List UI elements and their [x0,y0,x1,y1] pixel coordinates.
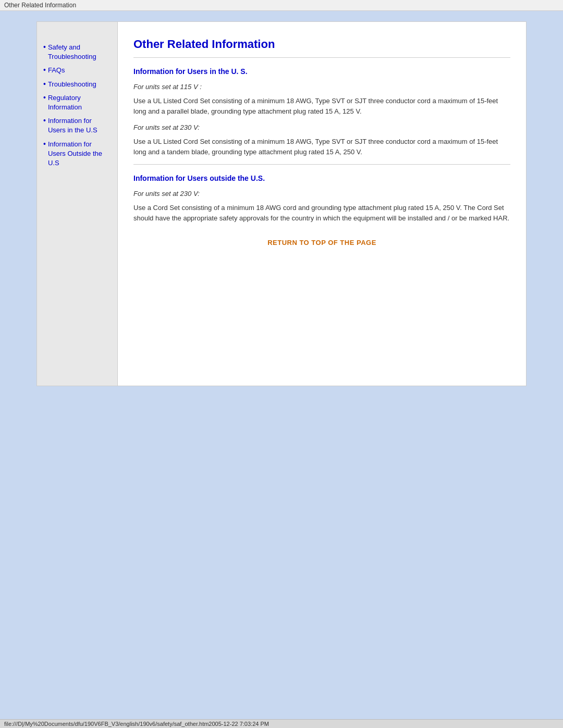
section-users-outside: Information for Users outside the U.S. F… [133,174,510,223]
title-bar: Other Related Information [0,0,563,11]
bullet-icon: • [43,116,46,125]
divider-middle [133,164,510,165]
sidebar-link-faqs[interactable]: FAQs [48,66,65,75]
bullet-icon: • [43,93,46,102]
bullet-icon: • [43,140,46,148]
subsection1-body: Use a UL Listed Cord Set consisting of a… [133,96,510,116]
page-container: • Safety and Troubleshooting • FAQs • Tr… [36,21,527,386]
sidebar: • Safety and Troubleshooting • FAQs • Tr… [37,22,118,386]
sidebar-item-users-us[interactable]: • Information for Users in the U.S [43,116,111,135]
subsection1-intro: For units set at 115 V : [133,83,510,91]
sidebar-item-faqs[interactable]: • FAQs [43,66,111,75]
outside-body: Use a Cord Set consisting of a minimum 1… [133,203,510,223]
sidebar-link-users-us[interactable]: Information for Users in the U.S [48,116,111,135]
sidebar-link-regulatory[interactable]: Regulatory Information [48,93,111,112]
sidebar-item-safety[interactable]: • Safety and Troubleshooting [43,43,111,61]
sidebar-link-troubleshooting[interactable]: Troubleshooting [48,80,96,89]
subsection2-intro: For units set at 230 V: [133,124,510,131]
section-users-us: Information for Users in the U. S. For u… [133,67,510,157]
status-bar: file:///D|/My%20Documents/dfu/190V6FB_V3… [0,719,563,720]
sidebar-item-troubleshooting[interactable]: • Troubleshooting [43,80,111,89]
subsection2-body: Use a UL Listed Cord Set consisting of a… [133,137,510,157]
outside-intro: For units set at 230 V: [133,190,510,198]
section-title-outside: Information for Users outside the U.S. [133,174,510,182]
page-title: Other Related Information [133,38,510,51]
sidebar-item-regulatory[interactable]: • Regulatory Information [43,93,111,112]
browser-window: • Safety and Troubleshooting • FAQs • Tr… [0,11,563,720]
divider-top [133,57,510,58]
section-title-us: Information for Users in the U. S. [133,67,510,76]
sidebar-item-users-outside[interactable]: • Information for Users Outside the U.S [43,140,111,168]
sidebar-link-users-outside[interactable]: Information for Users Outside the U.S [48,140,111,168]
main-content: Other Related Information Information fo… [118,22,526,386]
bullet-icon: • [43,66,46,74]
bullet-icon: • [43,80,46,88]
bullet-icon: • [43,43,46,51]
sidebar-link-safety[interactable]: Safety and Troubleshooting [48,43,111,61]
title-bar-text: Other Related Information [4,2,76,9]
return-to-top-link[interactable]: RETURN TO TOP OF THE PAGE [133,239,510,246]
